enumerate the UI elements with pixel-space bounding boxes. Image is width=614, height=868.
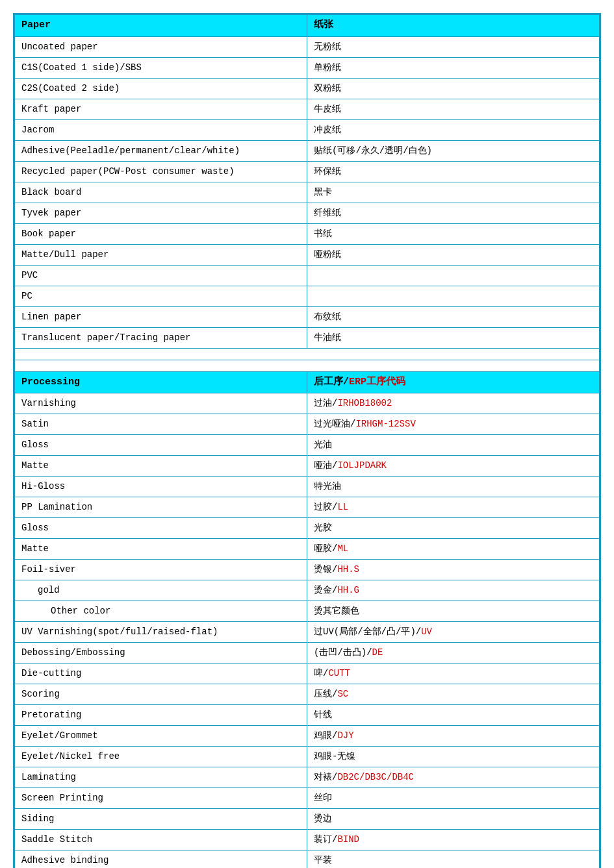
- row-col1: Adhesive(Peeladle/permanent/clear/white): [15, 140, 307, 161]
- row-col2: 布纹纸: [307, 306, 600, 327]
- row-col1: Matte/Dull paper: [15, 244, 307, 265]
- row-col1: Adhesive binding: [15, 850, 307, 869]
- row-col1: Saddle Stitch: [15, 830, 307, 850]
- row-col2: 牛油纸: [307, 327, 600, 348]
- row-col1: Uncoated paper: [15, 36, 307, 57]
- row-col1: Translucent paper/Tracing paper: [15, 327, 307, 348]
- row-col1: Recycled paper(PCW-Post consumer waste): [15, 161, 307, 182]
- row-col2: 无粉纸: [307, 36, 600, 57]
- row-col1: Laminating: [15, 767, 307, 788]
- row-col1: Linen paper: [15, 306, 307, 327]
- row-col2: 鸡眼/DJY: [307, 726, 600, 747]
- row-col2: 纤维纸: [307, 203, 600, 223]
- row-col1: PP Lamination: [15, 497, 307, 518]
- row-col2: 烫边: [307, 809, 600, 830]
- row-col2: 冲皮纸: [307, 119, 600, 140]
- row-col1: Eyelet/Nickel free: [15, 747, 307, 767]
- row-col2: 黑卡: [307, 182, 600, 203]
- row-col1: UV Varnishing(spot/full/raised-flat): [15, 622, 307, 643]
- row-col2: 针线: [307, 705, 600, 726]
- row-col1: Foil-siver: [15, 560, 307, 580]
- row-col2: 鸡眼-无镍: [307, 747, 600, 767]
- row-col2: 烫其它颜色: [307, 601, 600, 622]
- row-col2: 特光油: [307, 477, 600, 497]
- row-col1: Debossing/Embossing: [15, 643, 307, 663]
- row-col2: [307, 286, 600, 306]
- row-col2: 哑油/IOLJPDARK: [307, 456, 600, 477]
- row-col2: 平装: [307, 850, 600, 869]
- row-col2: 牛皮纸: [307, 99, 600, 119]
- row-col1: Scoring: [15, 684, 307, 705]
- empty-row-cell: [15, 348, 600, 360]
- row-col1: PC: [15, 286, 307, 306]
- row-col2: 啤/CUTT: [307, 663, 600, 684]
- row-col1: Eyelet/Grommet: [15, 726, 307, 747]
- row-col2: 单粉纸: [307, 57, 600, 78]
- row-col1: C2S(Coated 2 side): [15, 78, 307, 99]
- header-col2: 后工序/ERP工序代码: [307, 371, 600, 393]
- row-col2: 过UV(局部/全部/凸/平)/UV: [307, 622, 600, 643]
- row-col1: Jacrom: [15, 119, 307, 140]
- row-col1: Tyvek paper: [15, 203, 307, 223]
- row-col2: 装订/BIND: [307, 830, 600, 850]
- row-col1: Matte: [15, 539, 307, 560]
- row-col1: Siding: [15, 809, 307, 830]
- data-table: Paper纸张Uncoated paper无粉纸C1S(Coated 1 sid…: [14, 14, 600, 868]
- row-col2: 过光哑油/IRHGM-12SSV: [307, 414, 600, 435]
- row-col1: Hi-Gloss: [15, 477, 307, 497]
- row-col1: Book paper: [15, 223, 307, 244]
- row-col2: 烫银/HH.S: [307, 560, 600, 580]
- row-col1: C1S(Coated 1 side)/SBS: [15, 57, 307, 78]
- main-table: Paper纸张Uncoated paper无粉纸C1S(Coated 1 sid…: [13, 13, 601, 868]
- row-col1: Black board: [15, 182, 307, 203]
- row-col1: Other color: [15, 601, 307, 622]
- row-col2: 书纸: [307, 223, 600, 244]
- row-col2: (击凹/击凸)/DE: [307, 643, 600, 663]
- row-col1: Kraft paper: [15, 99, 307, 119]
- row-col2: 光胶: [307, 518, 600, 539]
- header-col2: 纸张: [307, 15, 600, 37]
- row-col2: 双粉纸: [307, 78, 600, 99]
- row-col2: 压线/SC: [307, 684, 600, 705]
- row-col1: Gloss: [15, 518, 307, 539]
- header-col1: Paper: [15, 15, 307, 37]
- empty-row-cell: [15, 360, 600, 371]
- row-col1: Varnishing: [15, 393, 307, 414]
- row-col2: 过油/IRHOB18002: [307, 393, 600, 414]
- row-col1: Satin: [15, 414, 307, 435]
- row-col2: 环保纸: [307, 161, 600, 182]
- row-col2: 对裱/DB2C/DB3C/DB4C: [307, 767, 600, 788]
- row-col2: 烫金/HH.G: [307, 580, 600, 601]
- row-col1: gold: [15, 580, 307, 601]
- row-col1: Screen Printing: [15, 788, 307, 809]
- row-col1: Gloss: [15, 435, 307, 456]
- row-col1: Matte: [15, 456, 307, 477]
- row-col2: 光油: [307, 435, 600, 456]
- row-col1: PVC: [15, 265, 307, 286]
- row-col1: Pretorating: [15, 705, 307, 726]
- row-col2: 贴纸(可移/永久/透明/白色): [307, 140, 600, 161]
- row-col2: [307, 265, 600, 286]
- header-col1: Processing: [15, 371, 307, 393]
- row-col2: 过胶/LL: [307, 497, 600, 518]
- row-col1: Die-cutting: [15, 663, 307, 684]
- row-col2: 丝印: [307, 788, 600, 809]
- row-col2: 哑胶/ML: [307, 539, 600, 560]
- row-col2: 哑粉纸: [307, 244, 600, 265]
